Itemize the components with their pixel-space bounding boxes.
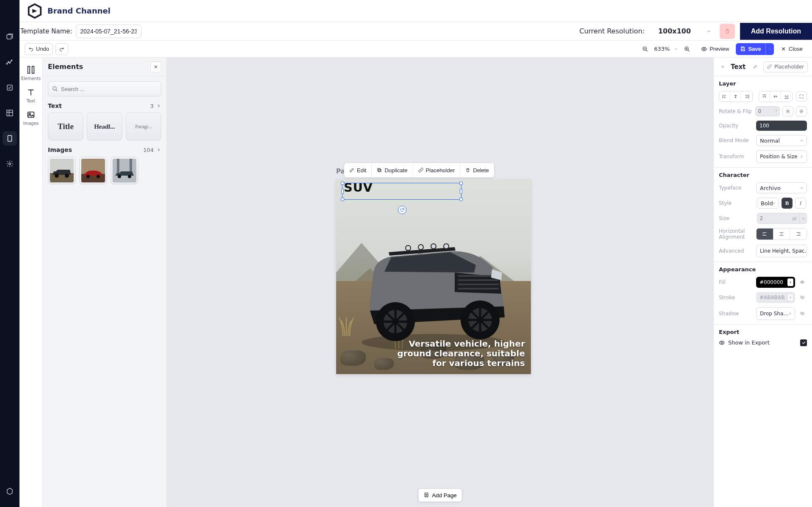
align-bottom-button[interactable] — [781, 91, 792, 102]
inspector-close-button[interactable] — [718, 62, 727, 72]
rail-item-analytics[interactable] — [3, 55, 17, 69]
chevron-down-icon[interactable] — [674, 47, 678, 51]
opacity-slider[interactable]: 100 — [756, 121, 807, 131]
undo-icon — [28, 47, 33, 52]
page-artboard[interactable]: SUV Versatile vehicle, higher ground cle… — [336, 179, 531, 374]
tile-headline[interactable]: Headl... — [87, 113, 122, 141]
elements-panel: Elements Text 3 Title — [43, 58, 167, 507]
fit-screen-button[interactable] — [796, 91, 807, 102]
align-hcenter-button[interactable] — [730, 91, 741, 102]
transform-expand[interactable]: Position & Size — [756, 150, 807, 163]
images-section-header[interactable]: Images 104 — [48, 146, 161, 153]
redo-button[interactable] — [55, 43, 68, 55]
inspector-title: Text — [731, 63, 747, 71]
font-size-dropdown[interactable] — [799, 213, 807, 224]
font-style-dropdown[interactable]: Bold — [757, 198, 779, 209]
undo-button[interactable]: Undo — [25, 43, 53, 55]
text-align-center-button[interactable] — [773, 229, 790, 240]
save-icon — [740, 46, 746, 52]
rail-item-library[interactable] — [3, 30, 17, 44]
hexagon-icon — [6, 488, 14, 495]
stroke-color[interactable]: #ABABAB — [756, 292, 795, 303]
elements-icon — [26, 65, 36, 74]
rotate-field[interactable]: ° — [755, 106, 780, 116]
elements-search-input[interactable] — [48, 81, 161, 96]
rail-item-grid[interactable] — [3, 106, 17, 120]
align-right-button[interactable] — [741, 91, 752, 102]
align-left-icon — [722, 94, 727, 99]
rail-item-brand[interactable] — [3, 484, 17, 499]
fill-color[interactable]: #000000 — [756, 277, 795, 288]
align-top-button[interactable] — [759, 91, 770, 102]
grid-icon — [6, 109, 14, 117]
font-size-field[interactable]: pt — [757, 213, 807, 224]
elements-panel-close-button[interactable] — [150, 61, 161, 72]
topbar: Template Name: Current Resolution: 100x1… — [19, 22, 812, 41]
gear-icon — [6, 160, 14, 168]
template-name-input[interactable] — [76, 25, 141, 38]
align-vcenter-button[interactable] — [770, 91, 781, 102]
elements-search[interactable] — [48, 81, 161, 96]
fill-expand[interactable] — [787, 278, 793, 286]
ctx-duplicate-button[interactable]: Duplicate — [372, 163, 413, 177]
shadow-expand[interactable]: Drop Shadow — [756, 307, 795, 320]
preview-button[interactable]: Preview — [697, 43, 733, 55]
tool-text[interactable]: Text — [21, 84, 41, 107]
align-bottom-icon — [784, 94, 790, 99]
context-toolbar: Edit Duplicate Placeholder Delete — [344, 163, 494, 178]
fill-visibility-toggle[interactable] — [798, 278, 807, 287]
svg-point-11 — [703, 48, 705, 50]
italic-toggle[interactable]: I — [795, 198, 806, 209]
tile-paragraph[interactable]: Paragr... — [126, 113, 161, 141]
add-page-bar: Add Page — [418, 488, 462, 502]
blend-mode-dropdown[interactable]: Normal — [756, 135, 807, 146]
stroke-expand[interactable] — [787, 294, 793, 301]
bold-toggle[interactable]: B — [782, 198, 793, 209]
advanced-expand[interactable]: Line Height, Spac... — [756, 245, 807, 257]
text-align-right-button[interactable] — [790, 229, 806, 240]
placeholder-pill[interactable]: Placeholder — [763, 61, 808, 72]
ctx-edit-button[interactable]: Edit — [344, 163, 372, 177]
text-icon — [26, 88, 36, 97]
stroke-visibility-toggle[interactable] — [798, 293, 807, 302]
show-in-export-checkbox[interactable] — [800, 339, 807, 346]
page-description-text[interactable]: Versatile vehicle, higher ground clearan… — [381, 339, 525, 368]
rotation-handle[interactable] — [398, 206, 406, 214]
text-align-left-button[interactable] — [757, 229, 773, 240]
ctx-placeholder-button[interactable]: Placeholder — [413, 163, 461, 177]
svg-point-16 — [53, 87, 56, 90]
typeface-dropdown[interactable]: Archivo — [756, 182, 807, 193]
zoom-in-button[interactable] — [680, 43, 694, 55]
text-section-header[interactable]: Text 3 — [48, 102, 161, 109]
save-button[interactable]: Save — [736, 43, 765, 55]
canvas-area[interactable]: Pa Edit Duplicate Placeholder Delete — [167, 58, 713, 507]
resolution-dropdown[interactable]: 100x100 — [652, 24, 717, 39]
page-title-text[interactable]: SUV — [344, 180, 373, 195]
zoom-controls: 633% — [638, 43, 694, 55]
rail-item-page[interactable] — [3, 131, 17, 146]
shadow-visibility-toggle[interactable] — [798, 309, 807, 318]
ctx-delete-button[interactable]: Delete — [460, 163, 494, 177]
library-icon — [6, 33, 14, 41]
tool-images[interactable]: Images — [21, 107, 41, 129]
image-tile-3[interactable] — [110, 157, 138, 185]
flip-vertical-button[interactable] — [796, 106, 807, 116]
delete-resolution-button[interactable] — [720, 24, 735, 39]
chevron-down-icon — [768, 47, 771, 51]
image-tile-1[interactable] — [48, 157, 76, 185]
zoom-out-button[interactable] — [638, 43, 652, 55]
flip-horizontal-button[interactable] — [782, 106, 793, 116]
inspector-rename-button[interactable] — [751, 62, 760, 72]
chevron-down-icon — [801, 217, 805, 220]
close-button[interactable]: Close — [776, 43, 807, 55]
chevron-down-icon — [772, 201, 776, 205]
add-resolution-button[interactable]: Add Resolution — [740, 23, 812, 40]
add-page-button[interactable]: Add Page — [418, 488, 462, 502]
tool-elements[interactable]: Elements — [21, 62, 41, 84]
rail-item-settings[interactable] — [3, 157, 17, 171]
rail-item-tasks[interactable] — [3, 80, 17, 95]
image-tile-2[interactable] — [79, 157, 107, 185]
tile-title[interactable]: Title — [48, 113, 83, 141]
save-dropdown-button[interactable] — [765, 43, 774, 55]
align-left-button[interactable] — [719, 91, 730, 102]
